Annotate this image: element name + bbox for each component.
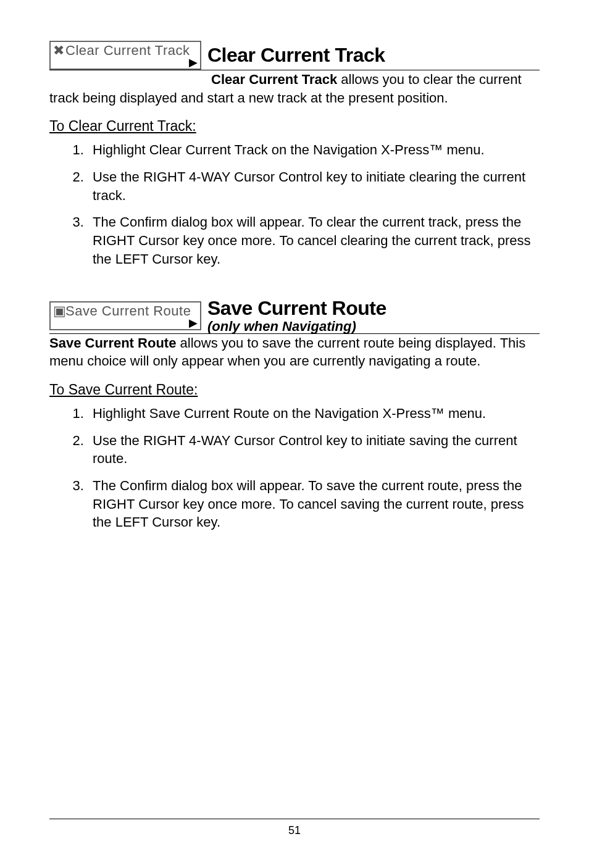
save-icon: ▣	[53, 304, 64, 319]
menu-label-row: ✖ Clear Current Track	[51, 42, 200, 58]
section-2-subheading: To Save Current Route:	[49, 382, 540, 398]
lead-bold-1: Clear Current Track	[211, 72, 337, 87]
footer-divider	[49, 819, 540, 819]
list-item: Use the RIGHT 4-WAY Cursor Control key t…	[88, 432, 540, 468]
section-2-header: ▣ Save Current Route ▶ Save Current Rout…	[49, 298, 540, 333]
title-block-2: Save Current Route (only when Navigating…	[201, 298, 540, 333]
menu-label-text: Save Current Route	[65, 304, 191, 319]
right-arrow-icon: ▶	[189, 317, 198, 329]
title-block-1: Clear Current Track	[201, 44, 540, 66]
section-2-steps: Highlight Save Current Route on the Navi…	[49, 404, 540, 532]
right-arrow-icon: ▶	[189, 56, 198, 69]
section-1-title: Clear Current Track	[207, 44, 540, 66]
menu-label-text: Clear Current Track	[65, 43, 190, 58]
clear-icon: ✖	[53, 43, 64, 58]
list-item: Use the RIGHT 4-WAY Cursor Control key t…	[88, 168, 540, 204]
lead-bold-2: Save Current Route	[49, 335, 176, 351]
page-footer: 51	[0, 819, 589, 837]
section-2-subtitle: (only when Navigating)	[207, 320, 540, 333]
menu-box-save-route: ▣ Save Current Route ▶	[49, 301, 201, 330]
menu-box-clear-track: ✖ Clear Current Track ▶	[49, 41, 201, 70]
menu-label-row: ▣ Save Current Route	[51, 303, 200, 319]
list-item: Highlight Save Current Route on the Navi…	[88, 404, 540, 423]
menu-arrow-row: ▶	[51, 319, 200, 329]
section-1-subheading: To Clear Current Track:	[49, 118, 540, 135]
list-item: The Confirm dialog box will appear. To c…	[88, 213, 540, 268]
section-1-header: ✖ Clear Current Track ▶ Clear Current Tr…	[49, 41, 540, 70]
list-item: Highlight Clear Current Track on the Nav…	[88, 141, 540, 159]
page-number: 51	[0, 824, 589, 837]
section-1-steps: Highlight Clear Current Track on the Nav…	[49, 141, 540, 268]
section-2-title: Save Current Route	[207, 298, 540, 319]
menu-arrow-row: ▶	[51, 58, 200, 69]
section-1-lead: Clear Current Track allows you to clear …	[49, 70, 540, 107]
section-2-lead: Save Current Route allows you to save th…	[49, 334, 540, 370]
list-item: The Confirm dialog box will appear. To s…	[88, 477, 540, 532]
